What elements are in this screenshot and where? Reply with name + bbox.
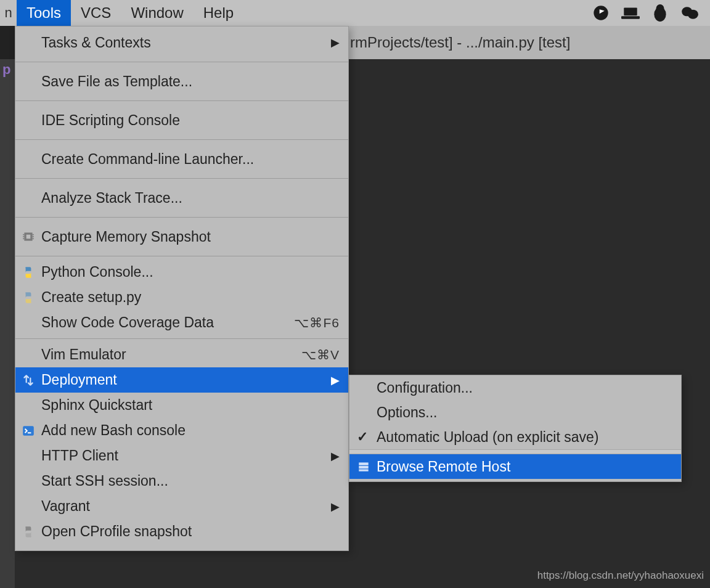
menu-item-analyze-stack-trace[interactable]: Analyze Stack Trace...: [15, 182, 348, 214]
submenu-arrow-icon: ▶: [331, 449, 340, 463]
submenu-arrow-icon: ▶: [331, 374, 340, 387]
penguin-icon[interactable]: [651, 4, 669, 22]
svg-point-4: [656, 4, 664, 12]
title-text: rmProjects/test] - .../main.py [test]: [350, 34, 570, 51]
menu-item-label: HTTP Client: [41, 447, 331, 464]
menu-separator: [15, 256, 348, 256]
menu-tools[interactable]: Tools: [17, 0, 71, 26]
window-title-fragment: rmProjects/test] - .../main.py [test]: [349, 26, 710, 59]
menu-item-label: Open CProfile snapshot: [41, 523, 340, 540]
svg-point-0: [594, 6, 608, 20]
svg-point-6: [688, 10, 698, 19]
menu-item-save-file-as-template[interactable]: Save File as Template...: [15, 65, 348, 97]
deployment-submenu: Configuration...Options...✓Automatic Upl…: [349, 375, 682, 482]
svg-rect-18: [359, 466, 368, 468]
menu-label: Help: [203, 4, 234, 22]
tools-dropdown: Tasks & Contexts▶Save File as Template..…: [15, 26, 349, 551]
svg-rect-2: [621, 16, 640, 18]
menu-item-label: Deployment: [41, 372, 331, 388]
menu-item-label: Add new Bash console: [41, 422, 340, 439]
svg-rect-8: [27, 235, 31, 239]
menu-item-shortcut: ⌥⌘F6: [294, 316, 340, 330]
tool-window-char: p: [2, 62, 10, 78]
submenu-item-label: Options...: [377, 404, 437, 421]
menu-item-show-code-coverage-data[interactable]: Show Code Coverage Data⌥⌘F6: [15, 310, 348, 335]
chip-icon: [20, 229, 36, 245]
menu-window[interactable]: Window: [121, 0, 193, 26]
menu-item-label: Show Code Coverage Data: [41, 314, 294, 331]
menu-separator: [15, 178, 348, 179]
svg-rect-17: [359, 462, 368, 465]
menu-item-label: IDE Scripting Console: [41, 112, 340, 129]
menu-item-capture-memory-snapshot[interactable]: Capture Memory Snapshot: [15, 221, 348, 253]
submenu-item-label: Browse Remote Host: [377, 459, 510, 475]
submenu-item-label: Configuration...: [377, 380, 473, 396]
submenu-item-configuration[interactable]: Configuration...: [349, 375, 681, 400]
menu-separator: [15, 338, 348, 339]
submenu-item-options[interactable]: Options...: [349, 400, 681, 425]
submenu-arrow-icon: ▶: [331, 36, 340, 49]
chat-icon[interactable]: [680, 4, 699, 22]
menu-item-vagrant[interactable]: Vagrant▶: [15, 494, 348, 519]
menu-item-tasks-contexts[interactable]: Tasks & Contexts▶: [15, 27, 348, 59]
check-icon: ✓: [357, 429, 368, 445]
submenu-item-browse-remote-host[interactable]: Browse Remote Host: [349, 454, 681, 479]
menu-item-http-client[interactable]: HTTP Client▶: [15, 443, 348, 468]
menu-item-label: Analyze Stack Trace...: [41, 190, 340, 206]
submenu-arrow-icon: ▶: [331, 500, 340, 513]
menu-item-label: Python Console...: [41, 264, 340, 280]
menu-item-label: Create Command-line Launcher...: [41, 151, 340, 168]
menu-item-create-setup-py[interactable]: Create setup.py: [15, 285, 348, 310]
menu-item-label: Start SSH session...: [41, 473, 340, 489]
menu-vcs[interactable]: VCS: [71, 0, 121, 26]
menubar-status-icons: [592, 0, 710, 26]
menu-separator: [15, 217, 348, 218]
menu-item-add-new-bash-console[interactable]: Add new Bash console: [15, 418, 348, 443]
menu-item-sphinx-quickstart[interactable]: Sphinx Quickstart: [15, 393, 348, 418]
watermark-text: https://blog.csdn.net/yyhaohaoxuexi: [537, 570, 704, 581]
submenu-item-label: Automatic Upload (on explicit save): [377, 429, 599, 446]
menubar-overflow-left: n: [0, 0, 17, 26]
menu-label: Tools: [27, 4, 61, 22]
menubar-edge-char: n: [4, 5, 12, 21]
server-icon: [356, 459, 372, 475]
menu-label: VCS: [81, 4, 111, 22]
menu-item-label: Capture Memory Snapshot: [41, 229, 340, 245]
menu-item-label: Sphinx Quickstart: [41, 397, 340, 414]
svg-rect-1: [624, 7, 637, 15]
python-icon: [20, 264, 36, 280]
clock-icon[interactable]: [592, 4, 610, 22]
menu-item-shortcut: ⌥⌘V: [301, 348, 340, 362]
submenu-strip: [349, 449, 681, 454]
menubar: n Tools VCS Window Help: [0, 0, 710, 26]
menu-separator: [15, 139, 348, 140]
menu-item-label: Save File as Template...: [41, 73, 340, 90]
menu-item-vim-emulator[interactable]: Vim Emulator⌥⌘V: [15, 342, 348, 367]
watermark: https://blog.csdn.net/yyhaohaoxuexi: [537, 570, 704, 582]
svg-rect-15: [23, 426, 34, 435]
menu-item-ide-scripting-console[interactable]: IDE Scripting Console: [15, 104, 348, 136]
menu-item-python-console[interactable]: Python Console...: [15, 259, 348, 285]
tool-window-stripe-left[interactable]: p: [0, 59, 15, 588]
menu-label: Window: [131, 4, 183, 22]
menu-item-open-cprofile-snapshot[interactable]: Open CProfile snapshot: [15, 519, 348, 544]
menu-item-label: Vim Emulator: [41, 346, 301, 363]
terminal-icon: [20, 423, 36, 439]
submenu-item-automatic-upload-on-explicit-save[interactable]: ✓Automatic Upload (on explicit save): [349, 425, 681, 449]
menu-item-label: Vagrant: [41, 498, 331, 515]
laptop-icon[interactable]: [621, 4, 640, 22]
menu-item-start-ssh-session[interactable]: Start SSH session...: [15, 468, 348, 494]
menu-item-create-command-line-launcher[interactable]: Create Command-line Launcher...: [15, 143, 348, 175]
updown-icon: [20, 372, 36, 388]
menu-separator: [15, 100, 348, 101]
menu-separator: [15, 62, 348, 62]
menu-item-label: Tasks & Contexts: [41, 35, 331, 51]
python-grey-icon: [20, 524, 36, 540]
python-dim-icon: [20, 290, 36, 306]
menu-item-label: Create setup.py: [41, 289, 340, 306]
menu-help[interactable]: Help: [194, 0, 243, 26]
svg-rect-19: [359, 469, 368, 471]
menu-item-deployment[interactable]: Deployment▶: [15, 367, 348, 393]
